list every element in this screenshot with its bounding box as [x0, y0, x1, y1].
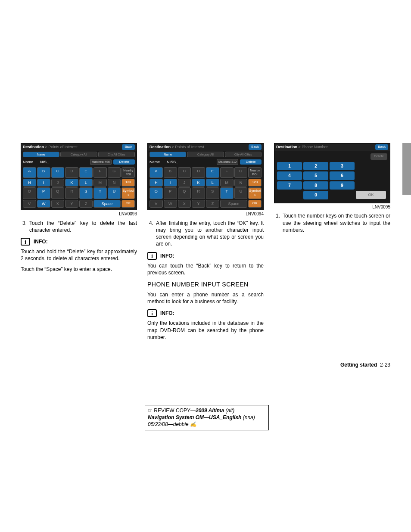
step-3-text: Touch the “Delete” key to delete the las…: [29, 220, 137, 233]
col2-p2: You can enter a phone number as a search…: [147, 291, 264, 305]
tab-city: City All Cities: [98, 152, 135, 157]
back-button: Back: [375, 144, 388, 150]
keypad-7: 7: [277, 181, 302, 190]
col1-p1: Touch and hold the “Delete” key for appr…: [21, 248, 137, 262]
phone-heading: PHONE NUMBER INPUT SCREEN: [147, 280, 264, 289]
phone-number-screenshot: Destination > Phone Number Back — Delete…: [274, 143, 390, 203]
info-label: INFO:: [34, 238, 48, 245]
figure-id-2: LNV0094: [147, 211, 264, 217]
matches-badge: Matches: 466: [90, 159, 112, 165]
column-2: Destination > Points of Interest Back Na…: [147, 143, 264, 344]
poi-keyboard-screenshot-1: Destination > Points of Interest Back Na…: [21, 143, 137, 210]
keypad-9: 9: [330, 181, 355, 190]
poi-keyboard-screenshot-2: Destination > Points of Interest Back Na…: [147, 143, 264, 210]
keypad-6: 6: [330, 171, 355, 180]
keypad-0: 0: [303, 191, 328, 199]
phone-input-value: —: [277, 153, 282, 160]
keypad-8: 8: [303, 181, 328, 190]
step-1-num: 1.: [274, 212, 280, 233]
keypad-3: 3: [330, 162, 355, 171]
keypad-2: 2: [303, 162, 328, 171]
info-icon: i: [147, 309, 157, 317]
keypad-4: 4: [277, 171, 302, 180]
back-button: Back: [249, 144, 262, 150]
screen1-title: Destination: [23, 145, 44, 149]
page-side-tab: [402, 143, 411, 195]
col2-p3: Only the locations included in the datab…: [147, 320, 264, 341]
step-4-num: 4.: [147, 220, 153, 248]
step-3-num: 3.: [21, 220, 27, 233]
name-label: Name: [23, 159, 38, 165]
tab-name: Name: [23, 152, 59, 157]
screen1-sub: Points of Interest: [48, 145, 78, 149]
figure-id-1: LNV0093: [21, 211, 137, 217]
keypad-1: 1: [277, 162, 302, 171]
info-icon: i: [21, 238, 30, 246]
review-copy-box: ☞ REVIEW COPY—2009 Altima (alt) Navigati…: [145, 405, 269, 430]
column-1: Destination > Points of Interest Back Na…: [21, 143, 137, 344]
info-icon: i: [147, 252, 157, 260]
page-footer: Getting started 2-23: [340, 362, 390, 368]
col2-p1: You can touch the “Back” key to return t…: [147, 262, 264, 276]
figure-id-3: LNV0095: [274, 204, 390, 210]
name-value: NIS_: [40, 159, 88, 165]
delete-key: Delete: [113, 159, 135, 165]
column-3: Destination > Phone Number Back — Delete…: [274, 143, 390, 344]
ok-key: OK: [356, 191, 386, 199]
tab-category: Category All: [60, 152, 97, 157]
keypad-5: 5: [303, 171, 328, 180]
step-1-text: Touch the number keys on the touch-scree…: [283, 212, 390, 233]
delete-key: Delete: [371, 153, 387, 160]
back-button: Back: [122, 144, 135, 150]
col1-p2: Touch the “Space” key to enter a space.: [21, 266, 137, 273]
step-4-text: After finishing the entry, touch the “OK…: [156, 220, 264, 248]
